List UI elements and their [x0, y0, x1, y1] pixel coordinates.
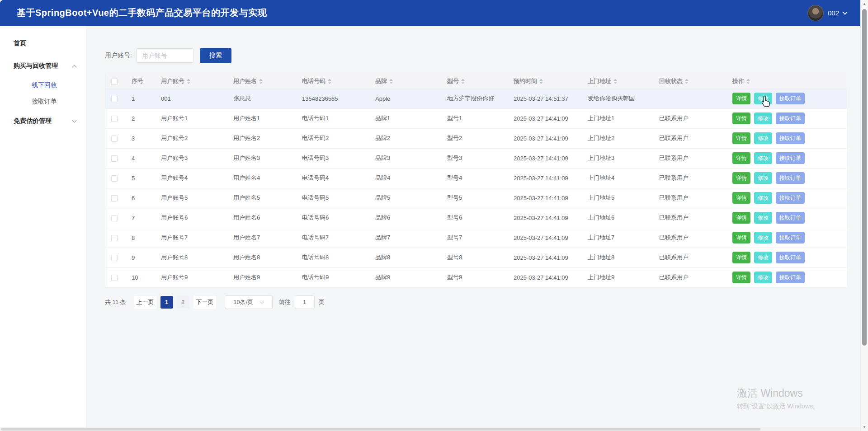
table-row: 7用户账号6用户姓名6电话号码6品牌6型号62025-03-27 14:41:0…	[105, 208, 847, 228]
sort-carets-icon[interactable]	[389, 79, 393, 84]
sort-desc-icon[interactable]	[328, 82, 331, 84]
sort-asc-icon[interactable]	[685, 79, 689, 81]
sort-desc-icon[interactable]	[613, 82, 617, 84]
row-checkbox[interactable]	[111, 195, 118, 201]
take-order-button[interactable]: 接取订单	[776, 272, 805, 283]
take-order-button[interactable]: 接取订单	[776, 132, 805, 144]
sort-desc-icon[interactable]	[685, 82, 689, 84]
sort-carets-icon[interactable]	[328, 79, 331, 84]
page-number-1[interactable]: 1	[160, 296, 173, 309]
sort-asc-icon[interactable]	[187, 79, 190, 81]
detail-button[interactable]: 详情	[732, 252, 750, 263]
row-checkbox[interactable]	[111, 275, 118, 281]
row-checkbox[interactable]	[111, 175, 118, 182]
edit-button[interactable]: 修改	[754, 192, 772, 204]
scroll-up-arrow-icon[interactable]: ▲	[861, 2, 868, 6]
sort-carets-icon[interactable]	[613, 79, 617, 84]
take-order-button[interactable]: 接取订单	[776, 93, 805, 104]
sidebar-item-purchase-recycle-management[interactable]: 购买与回收管理	[0, 55, 86, 77]
next-page-button[interactable]: 下一页	[193, 296, 216, 309]
column-label: 操作	[732, 77, 744, 85]
edit-button[interactable]: 修改	[754, 232, 772, 244]
user-avatar[interactable]	[807, 5, 824, 21]
edit-button[interactable]: 修改	[754, 132, 772, 144]
search-input[interactable]	[136, 48, 194, 63]
scroll-down-arrow-icon[interactable]: ▼	[861, 425, 868, 429]
take-order-button[interactable]: 接取订单	[776, 112, 805, 124]
sidebar-item-home[interactable]: 首页	[0, 32, 86, 55]
take-order-button[interactable]: 接取订单	[776, 152, 805, 164]
row-checkbox[interactable]	[111, 235, 118, 241]
edit-button[interactable]: 修改	[754, 212, 772, 224]
sort-asc-icon[interactable]	[746, 79, 750, 81]
detail-button[interactable]: 详情	[732, 172, 750, 184]
edit-button[interactable]: 修改	[754, 152, 772, 164]
horizontal-scrollbar[interactable]	[0, 427, 860, 431]
table-row: 1001张思思13548236585Apple地方沪宁股份你好2025-03-2…	[105, 89, 847, 108]
row-checkbox[interactable]	[111, 116, 118, 122]
prev-page-button[interactable]: 上一页	[134, 296, 156, 309]
sidebar-item-offline-recycle[interactable]: 线下回收	[0, 77, 86, 94]
sort-desc-icon[interactable]	[461, 82, 465, 84]
sort-carets-icon[interactable]	[685, 79, 689, 84]
page-number-2[interactable]: 2	[177, 296, 189, 309]
edit-button[interactable]: 修改	[754, 93, 772, 104]
edit-button[interactable]: 修改	[754, 112, 772, 124]
sort-desc-icon[interactable]	[187, 82, 190, 84]
take-order-button[interactable]: 接取订单	[776, 192, 805, 204]
sort-asc-icon[interactable]	[328, 79, 331, 81]
vertical-scrollbar-thumb[interactable]	[862, 9, 867, 346]
horizontal-scrollbar-thumb[interactable]	[1, 428, 760, 431]
page-size-value: 10条/页	[233, 298, 253, 306]
row-checkbox[interactable]	[111, 155, 118, 162]
take-order-button[interactable]: 接取订单	[776, 232, 805, 244]
user-menu[interactable]: 002	[807, 5, 847, 21]
detail-button[interactable]: 详情	[732, 132, 750, 144]
page-size-select[interactable]: 10条/页	[225, 295, 273, 309]
row-checkbox[interactable]	[111, 136, 118, 142]
row-checkbox[interactable]	[111, 215, 118, 221]
vertical-scrollbar[interactable]: ▲ ▼	[860, 0, 868, 431]
cell-brand: 品牌3	[369, 148, 441, 168]
sort-carets-icon[interactable]	[461, 79, 465, 84]
detail-button[interactable]: 详情	[732, 152, 750, 164]
edit-button[interactable]: 修改	[754, 252, 772, 263]
detail-button[interactable]: 详情	[732, 93, 750, 104]
detail-button[interactable]: 详情	[732, 272, 750, 283]
detail-button[interactable]: 详情	[732, 112, 750, 124]
cell-status: 已联系用户	[653, 267, 726, 287]
sort-carets-icon[interactable]	[187, 79, 190, 84]
sort-desc-icon[interactable]	[259, 82, 263, 84]
cell-name: 用户姓名7	[227, 228, 296, 248]
column-header-name: 用户姓名	[227, 74, 296, 89]
sidebar-item-free-valuation-management[interactable]: 免费估价管理	[0, 110, 86, 132]
page-title: 基于SpringBoot+Vue的二手数码产品交易平台的开发与实现	[17, 7, 267, 19]
sort-carets-icon[interactable]	[259, 79, 263, 84]
row-checkbox[interactable]	[111, 96, 118, 102]
sidebar-item-take-order[interactable]: 接取订单	[0, 94, 86, 110]
sort-asc-icon[interactable]	[389, 79, 393, 81]
sort-asc-icon[interactable]	[259, 79, 263, 81]
take-order-button[interactable]: 接取订单	[776, 172, 805, 184]
sort-asc-icon[interactable]	[613, 79, 617, 81]
search-button[interactable]: 搜索	[200, 48, 231, 63]
cell-name: 用户姓名2	[227, 128, 296, 148]
row-checkbox[interactable]	[111, 255, 118, 261]
sort-carets-icon[interactable]	[539, 79, 543, 84]
sort-desc-icon[interactable]	[389, 82, 393, 84]
goto-page-input[interactable]	[295, 295, 315, 309]
sort-carets-icon[interactable]	[746, 79, 750, 84]
sort-desc-icon[interactable]	[746, 82, 750, 84]
edit-button[interactable]: 修改	[754, 272, 772, 283]
detail-button[interactable]: 详情	[732, 192, 750, 204]
select-all-checkbox[interactable]	[111, 79, 118, 85]
sort-asc-icon[interactable]	[461, 79, 465, 81]
edit-button[interactable]: 修改	[754, 172, 772, 184]
take-order-button[interactable]: 接取订单	[776, 212, 805, 224]
sort-desc-icon[interactable]	[539, 82, 543, 84]
take-order-button[interactable]: 接取订单	[776, 252, 805, 263]
detail-button[interactable]: 详情	[732, 232, 750, 244]
sort-asc-icon[interactable]	[539, 79, 543, 81]
pagination: 共 11 条 上一页 12 下一页 10条/页 前往 页	[105, 295, 860, 309]
detail-button[interactable]: 详情	[732, 212, 750, 224]
